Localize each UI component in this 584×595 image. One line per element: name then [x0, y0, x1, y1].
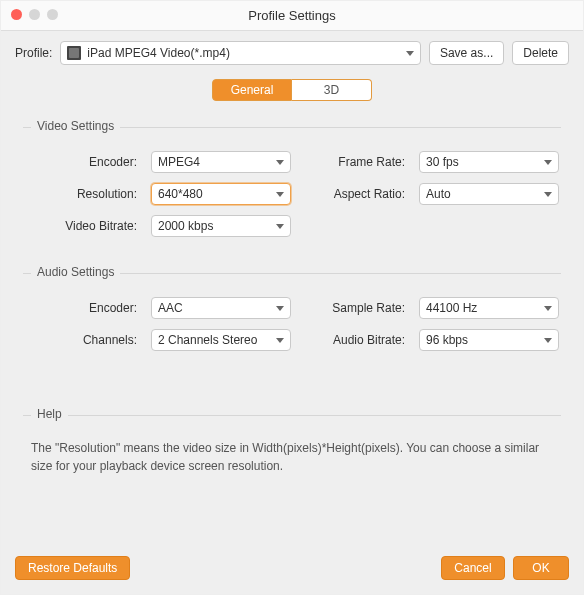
- audio-encoder-select[interactable]: AAC: [151, 297, 291, 319]
- save-as-button[interactable]: Save as...: [429, 41, 504, 65]
- chevron-down-icon: [276, 160, 284, 165]
- video-encoder-value: MPEG4: [158, 155, 276, 169]
- window-controls: [11, 9, 58, 20]
- chevron-down-icon: [544, 160, 552, 165]
- audio-settings-group: Audio Settings Encoder: AAC Sample Rate:…: [15, 263, 569, 351]
- chevron-down-icon: [276, 224, 284, 229]
- video-group-title: Video Settings: [31, 119, 120, 133]
- help-text: The "Resolution" means the video size in…: [31, 439, 553, 475]
- audio-bitrate-select[interactable]: 96 kbps: [419, 329, 559, 351]
- framerate-select[interactable]: 30 fps: [419, 151, 559, 173]
- channels-label: Channels:: [37, 333, 137, 347]
- aspect-value: Auto: [426, 187, 544, 201]
- close-icon[interactable]: [11, 9, 22, 20]
- chevron-down-icon: [544, 306, 552, 311]
- settings-window: Profile Settings Profile: iPad MPEG4 Vid…: [0, 0, 584, 595]
- cancel-button[interactable]: Cancel: [441, 556, 505, 580]
- profile-select[interactable]: iPad MPEG4 Video(*.mp4): [60, 41, 421, 65]
- window-title: Profile Settings: [248, 8, 335, 23]
- chevron-down-icon: [276, 306, 284, 311]
- video-bitrate-label: Video Bitrate:: [37, 219, 137, 233]
- chevron-down-icon: [276, 338, 284, 343]
- samplerate-value: 44100 Hz: [426, 301, 544, 315]
- samplerate-label: Sample Rate:: [305, 301, 405, 315]
- chevron-down-icon: [276, 192, 284, 197]
- video-group-divider: Video Settings: [23, 127, 561, 137]
- framerate-value: 30 fps: [426, 155, 544, 169]
- resolution-value: 640*480: [158, 187, 276, 201]
- samplerate-select[interactable]: 44100 Hz: [419, 297, 559, 319]
- aspect-select[interactable]: Auto: [419, 183, 559, 205]
- ipad-icon: [67, 46, 81, 60]
- tab-general[interactable]: General: [212, 79, 292, 101]
- resolution-label: Resolution:: [37, 187, 137, 201]
- profile-selected-text: iPad MPEG4 Video(*.mp4): [87, 46, 230, 60]
- video-encoder-select[interactable]: MPEG4: [151, 151, 291, 173]
- titlebar: Profile Settings: [1, 1, 583, 31]
- aspect-label: Aspect Ratio:: [305, 187, 405, 201]
- restore-defaults-button[interactable]: Restore Defaults: [15, 556, 130, 580]
- content-area: Profile: iPad MPEG4 Video(*.mp4) Save as…: [1, 31, 583, 594]
- chevron-down-icon: [406, 51, 414, 56]
- audio-group-divider: Audio Settings: [23, 273, 561, 283]
- audio-bitrate-label: Audio Bitrate:: [305, 333, 405, 347]
- ok-button[interactable]: OK: [513, 556, 569, 580]
- help-group: Help The "Resolution" means the video si…: [15, 405, 569, 475]
- framerate-label: Frame Rate:: [305, 155, 405, 169]
- tabs: General 3D: [15, 79, 569, 101]
- video-bitrate-select[interactable]: 2000 kbps: [151, 215, 291, 237]
- channels-value: 2 Channels Stereo: [158, 333, 276, 347]
- chevron-down-icon: [544, 192, 552, 197]
- resolution-select[interactable]: 640*480: [151, 183, 291, 205]
- audio-encoder-value: AAC: [158, 301, 276, 315]
- video-bitrate-value: 2000 kbps: [158, 219, 276, 233]
- zoom-icon[interactable]: [47, 9, 58, 20]
- tab-3d[interactable]: 3D: [292, 79, 372, 101]
- profile-row: Profile: iPad MPEG4 Video(*.mp4) Save as…: [15, 41, 569, 65]
- audio-group-title: Audio Settings: [31, 265, 120, 279]
- audio-encoder-label: Encoder:: [37, 301, 137, 315]
- audio-bitrate-value: 96 kbps: [426, 333, 544, 347]
- profile-label: Profile:: [15, 46, 52, 60]
- help-group-title: Help: [31, 407, 68, 421]
- channels-select[interactable]: 2 Channels Stereo: [151, 329, 291, 351]
- video-encoder-label: Encoder:: [37, 155, 137, 169]
- video-settings-group: Video Settings Encoder: MPEG4 Frame Rate…: [15, 117, 569, 237]
- delete-button[interactable]: Delete: [512, 41, 569, 65]
- chevron-down-icon: [544, 338, 552, 343]
- footer: Restore Defaults Cancel OK: [15, 556, 569, 580]
- help-group-divider: Help: [23, 415, 561, 425]
- minimize-icon[interactable]: [29, 9, 40, 20]
